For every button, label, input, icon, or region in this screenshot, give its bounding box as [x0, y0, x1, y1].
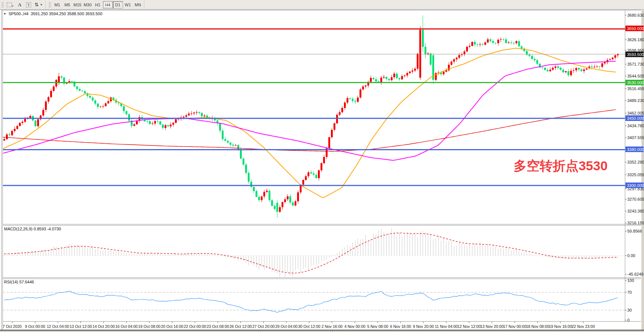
- text-t-icon: T: [26, 2, 32, 7]
- svg-text:19 Oct 08:00: 19 Oct 08:00: [138, 324, 160, 329]
- svg-text:3216.155: 3216.155: [627, 221, 644, 225]
- toolbar-grip[interactable]: [49, 2, 51, 8]
- svg-text:13 Nov 20:00: 13 Nov 20:00: [480, 324, 504, 329]
- svg-text:16 Oct 04:00: 16 Oct 04:00: [115, 324, 137, 329]
- svg-text:3243.380: 3243.380: [627, 209, 644, 213]
- svg-text:0: 0: [627, 318, 630, 322]
- svg-text:3270.605: 3270.605: [627, 197, 644, 201]
- timeframe-m1-button[interactable]: M1: [52, 1, 62, 9]
- annotation-text[interactable]: 多空转折点3530: [514, 157, 608, 175]
- date-axis: 7 Oct 20209 Oct 00:0012 Oct 04:0013 Oct …: [3, 322, 595, 329]
- svg-text:9 Oct 00:00: 9 Oct 00:00: [25, 324, 45, 329]
- macd-signal-line: [4, 233, 618, 273]
- svg-text:3450.000: 3450.000: [627, 116, 644, 121]
- svg-text:26 Oct 12:00: 26 Oct 12:00: [230, 324, 252, 329]
- toolbar-separator: [45, 1, 46, 9]
- svg-text:-45.6249: -45.6249: [627, 272, 643, 276]
- svg-text:3650.000: 3650.000: [627, 26, 644, 31]
- dropdown-caret-icon: ▼: [40, 3, 43, 6]
- svg-text:3352.280: 3352.280: [627, 160, 644, 164]
- svg-text:29 Oct 04:00: 29 Oct 04:00: [275, 324, 297, 329]
- svg-text:2 Nov 16:00: 2 Nov 16:00: [322, 324, 343, 329]
- svg-text:20 Oct 16:00: 20 Oct 16:00: [161, 324, 183, 329]
- right-edge-strip: [641, 10, 644, 330]
- svg-text:100: 100: [627, 278, 634, 283]
- svg-text:12 Nov 12:00: 12 Nov 12:00: [458, 324, 481, 329]
- price-axis: 3680.6303626.1803598.9553571.7303544.505…: [625, 13, 644, 322]
- timeframe-h4-button[interactable]: H4: [103, 1, 113, 9]
- svg-text:13 Oct 12:00: 13 Oct 12:00: [69, 324, 92, 329]
- arrows-icon: ⇅: [35, 2, 39, 7]
- macd-label: MACD(12,26,9) 0.8593 -4.0730: [4, 227, 61, 231]
- svg-text:59.8566: 59.8566: [627, 229, 642, 233]
- svg-text:7 Oct 2020: 7 Oct 2020: [3, 324, 22, 329]
- svg-text:3626.180: 3626.180: [627, 37, 644, 42]
- svg-text:14 Oct 20:00: 14 Oct 20:00: [92, 324, 115, 329]
- macd-pane-title: MACD(12,26,9) 0.8593 -4.0730: [4, 227, 61, 231]
- svg-text:30 Oct 12:00: 30 Oct 12:00: [298, 324, 320, 329]
- svg-text:3489.230: 3489.230: [627, 98, 644, 103]
- timeframe-m5-button[interactable]: M5: [62, 1, 72, 9]
- toolbar: F A T ⇅ ▼ M1 M5 M15 M30 H1 H4 D1 W1 MN: [0, 0, 644, 10]
- status-bar: [0, 330, 644, 332]
- svg-text:3516.455: 3516.455: [627, 86, 644, 91]
- text-a-icon: A: [18, 2, 21, 8]
- timeframe-h1-button[interactable]: H1: [93, 1, 103, 9]
- indicators-f-tool-button[interactable]: F: [5, 1, 15, 9]
- ma-mid-magenta[interactable]: [3, 61, 616, 160]
- timeframe-w1-button[interactable]: W1: [123, 1, 133, 9]
- svg-text:3680.630: 3680.630: [627, 13, 644, 17]
- statusbar-divider: [259, 331, 261, 332]
- svg-text:6 Nov 16:00: 6 Nov 16:00: [390, 324, 411, 329]
- svg-text:27 Oct 20:00: 27 Oct 20:00: [252, 324, 274, 329]
- ma-slow-red[interactable]: [3, 110, 616, 152]
- svg-text:3593.500: 3593.500: [627, 52, 644, 57]
- timeframe-m15-button[interactable]: M15: [72, 1, 82, 9]
- svg-text:3530.000: 3530.000: [627, 80, 644, 85]
- f-icon: F: [12, 4, 14, 8]
- timeframe-mn-button[interactable]: MN: [133, 1, 143, 9]
- svg-text:3571.730: 3571.730: [627, 62, 644, 66]
- svg-text:18 Nov 08:00: 18 Nov 08:00: [526, 324, 549, 329]
- rsi-pane-title: RSI(14) 57.6446: [4, 280, 34, 284]
- svg-text:30: 30: [627, 308, 632, 312]
- toolbar-grip[interactable]: [1, 2, 4, 8]
- symbol-ohlc-text: SP500-,H4 3591.250 3594.250 3588.500 359…: [9, 11, 103, 16]
- svg-text:23 Oct 08:00: 23 Oct 08:00: [206, 324, 229, 329]
- svg-text:3407.555: 3407.555: [627, 135, 644, 140]
- rsi-line: [4, 291, 618, 313]
- svg-text:12 Oct 04:00: 12 Oct 04:00: [47, 324, 69, 329]
- svg-text:5 Nov 08:00: 5 Nov 08:00: [367, 324, 388, 329]
- svg-text:70: 70: [627, 290, 632, 295]
- symbol-dropdown-icon[interactable]: ▼: [3, 12, 6, 16]
- textbox-t-tool-button[interactable]: T: [24, 1, 33, 9]
- main-pane-title: ▼ SP500-,H4 3591.250 3594.250 3588.500 3…: [3, 11, 103, 16]
- mt4-chart-window: F A T ⇅ ▼ M1 M5 M15 M30 H1 H4 D1 W1 MN 3…: [0, 0, 644, 332]
- candles[interactable]: [3, 16, 619, 218]
- timeframe-d1-button[interactable]: D1: [113, 1, 123, 9]
- dotted-box-icon: [7, 3, 12, 7]
- svg-text:3380.000: 3380.000: [627, 147, 644, 152]
- svg-text:22 Oct 00:00: 22 Oct 00:00: [184, 324, 206, 329]
- rsi-label: RSI(14) 57.6446: [4, 280, 34, 284]
- svg-text:3434.780: 3434.780: [627, 124, 644, 128]
- text-a-tool-button[interactable]: A: [15, 1, 24, 9]
- macd-histogram: [4, 228, 618, 277]
- svg-text:22 Nov 23:00: 22 Nov 23:00: [572, 324, 595, 329]
- arrows-tool-button[interactable]: ⇅ ▼: [33, 1, 44, 9]
- svg-text:3300.000: 3300.000: [627, 183, 644, 188]
- svg-text:11 Nov 04:00: 11 Nov 04:00: [435, 324, 458, 329]
- svg-text:0.00: 0.00: [627, 253, 635, 258]
- svg-text:19 Nov 16:00: 19 Nov 16:00: [549, 324, 572, 329]
- statusbar-divider: [331, 331, 332, 332]
- timeframe-m30-button[interactable]: M30: [82, 1, 92, 9]
- svg-text:4 Nov 00:00: 4 Nov 00:00: [344, 324, 365, 329]
- svg-text:3325.055: 3325.055: [627, 172, 644, 177]
- svg-text:3544.505: 3544.505: [627, 74, 644, 78]
- svg-text:17 Nov 00:00: 17 Nov 00:00: [503, 324, 527, 329]
- svg-text:9 Nov 20:00: 9 Nov 20:00: [413, 324, 434, 329]
- svg-text:3462.005: 3462.005: [627, 111, 644, 115]
- toolbar-separator: [144, 1, 145, 9]
